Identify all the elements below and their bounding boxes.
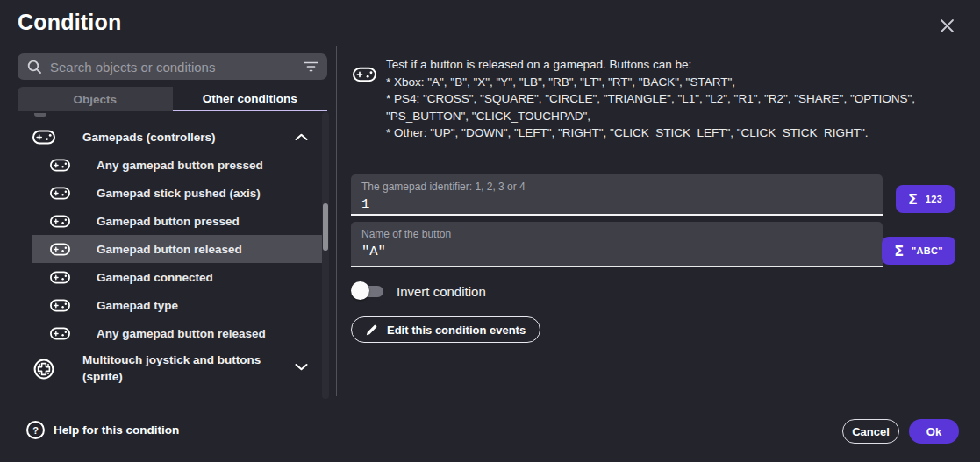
expression-type-label: "ABC" xyxy=(912,245,943,256)
tab-bar: Objects Other conditions xyxy=(18,87,327,111)
gamepad-icon xyxy=(32,130,55,145)
cancel-button[interactable]: Cancel xyxy=(842,419,899,444)
chevron-down-icon[interactable] xyxy=(295,363,308,371)
description-line: Test if a button is released on a gamepa… xyxy=(386,56,976,74)
panel-divider xyxy=(336,46,337,396)
gamepad-icon xyxy=(50,271,70,284)
expression-editor-button-number[interactable]: Σ 123 xyxy=(896,185,955,213)
invert-condition-label: Invert condition xyxy=(397,284,486,299)
condition-item-gamepad-button-released[interactable]: Gamepad button released xyxy=(32,235,325,263)
gamepad-icon xyxy=(353,67,376,86)
field-label: Name of the button xyxy=(361,228,872,240)
gamepad-icon xyxy=(50,243,70,256)
edit-button-label: Edit this condition events xyxy=(387,323,526,337)
button-name-field[interactable]: Name of the button xyxy=(351,222,883,267)
description-line: * Xbox: "A", "B", "X", "Y", "LB", "RB", … xyxy=(386,74,976,91)
expression-editor-button-string[interactable]: Σ "ABC" xyxy=(882,237,955,265)
button-name-input[interactable] xyxy=(361,244,872,259)
condition-item-label: Gamepad type xyxy=(97,299,178,312)
multitouch-joystick-icon xyxy=(33,359,54,383)
gamepad-identifier-field[interactable]: The gamepad identifier: 1, 2, 3 or 4 xyxy=(351,174,883,216)
help-icon: ? xyxy=(26,421,45,439)
scrolled-item-sliver xyxy=(34,113,46,117)
sigma-icon: Σ xyxy=(908,191,918,208)
description-line: "PS_BUTTON", "CLICK_TOUCHPAD", xyxy=(386,108,976,125)
edit-condition-events-button[interactable]: Edit this condition events xyxy=(351,316,540,343)
gamepad-identifier-input[interactable] xyxy=(361,196,872,212)
sidebar-scrollbar-thumb[interactable] xyxy=(323,203,328,251)
condition-item-any-gamepad-button-released[interactable]: Any gamepad button released xyxy=(0,319,327,347)
sigma-icon: Σ xyxy=(894,243,904,259)
description-line: * Other: "UP", "DOWN", "LEFT", "RIGHT", … xyxy=(386,124,976,142)
group-gamepads[interactable]: Gamepads (controllers) xyxy=(0,123,327,151)
search-input[interactable] xyxy=(50,60,296,75)
condition-item-label: Gamepad connected xyxy=(97,271,213,284)
close-icon[interactable] xyxy=(935,14,958,37)
invert-condition-toggle[interactable] xyxy=(351,281,384,301)
condition-item-gamepad-button-pressed[interactable]: Gamepad button pressed xyxy=(0,207,327,235)
expression-type-label: 123 xyxy=(926,194,942,204)
filter-icon[interactable] xyxy=(304,60,318,73)
gamepad-icon xyxy=(50,327,70,340)
tab-objects[interactable]: Objects xyxy=(18,87,173,111)
pencil-icon xyxy=(366,323,378,336)
condition-description: Test if a button is released on a gamepa… xyxy=(386,56,976,142)
field-label: The gamepad identifier: 1, 2, 3 or 4 xyxy=(361,181,872,193)
condition-item-gamepad-connected[interactable]: Gamepad connected xyxy=(0,263,327,291)
group-label: Gamepads (controllers) xyxy=(82,131,216,144)
group-multitouch-joystick[interactable]: Multitouch joystick and buttons (sprite) xyxy=(0,347,327,393)
gamepad-icon xyxy=(50,159,70,172)
ok-button[interactable]: Ok xyxy=(909,419,959,444)
search-icon xyxy=(26,59,42,75)
help-link[interactable]: ? Help for this condition xyxy=(26,421,179,439)
condition-item-label: Gamepad button released xyxy=(97,243,242,256)
gamepad-icon xyxy=(50,215,70,228)
condition-item-label: Any gamepad button pressed xyxy=(97,159,263,172)
tab-other-conditions[interactable]: Other conditions xyxy=(173,87,328,111)
condition-item-gamepad-stick-pushed[interactable]: Gamepad stick pushed (axis) xyxy=(0,179,327,207)
gamepad-icon xyxy=(50,299,70,312)
page-title: Condition xyxy=(18,10,121,35)
condition-item-label: Gamepad button pressed xyxy=(97,215,240,228)
group-label: Multitouch joystick and buttons (sprite) xyxy=(82,352,291,385)
sidebar-scrollbar-track xyxy=(322,112,329,399)
search-bar[interactable] xyxy=(18,53,327,80)
gamepad-icon xyxy=(50,187,70,200)
condition-item-gamepad-type[interactable]: Gamepad type xyxy=(0,291,327,319)
help-label: Help for this condition xyxy=(54,423,179,437)
chevron-up-icon[interactable] xyxy=(295,133,308,141)
condition-item-any-gamepad-button-pressed[interactable]: Any gamepad button pressed xyxy=(0,151,327,179)
condition-item-label: Gamepad stick pushed (axis) xyxy=(97,187,261,200)
toggle-knob xyxy=(351,281,369,300)
condition-item-label: Any gamepad button released xyxy=(97,327,266,340)
description-line: * PS4: "CROSS", "SQUARE", "CIRCLE", "TRI… xyxy=(386,90,976,108)
